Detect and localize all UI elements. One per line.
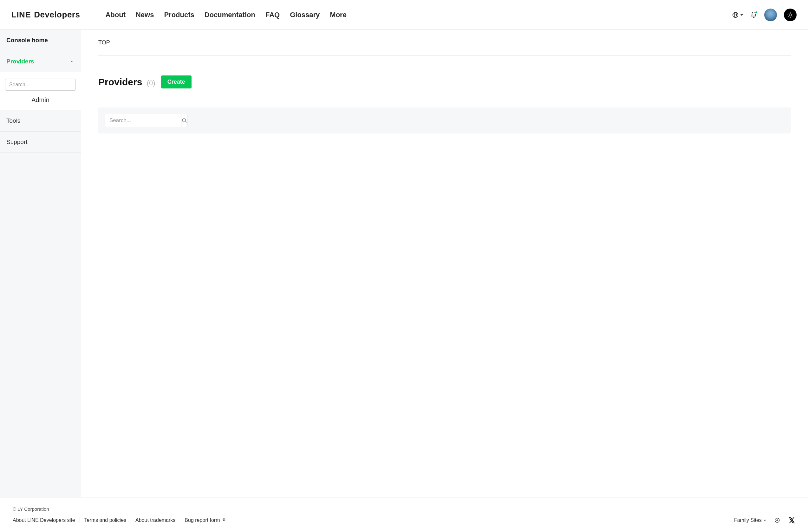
layout: Console home Providers Admin Tools Suppo… [0, 30, 808, 497]
x-social-link[interactable] [788, 517, 795, 524]
chevron-down-icon [740, 14, 743, 16]
sidebar-item-tools[interactable]: Tools [0, 110, 81, 132]
footer-link-label: Bug report form [185, 517, 220, 523]
divider-line [5, 100, 27, 100]
globe-icon [732, 12, 739, 18]
sidebar-item-label: Tools [6, 117, 20, 124]
sidebar-item-support[interactable]: Support [0, 132, 81, 153]
sidebar-item-providers[interactable]: Providers [0, 51, 81, 72]
panel-search-wrap [105, 114, 185, 127]
nav-news[interactable]: News [136, 11, 154, 19]
breadcrumb-top: TOP [98, 39, 110, 45]
nav-glossary[interactable]: Glossary [290, 11, 320, 19]
main: TOP Providers (0) Create [81, 30, 808, 497]
footer-link-about-site[interactable]: About LINE Developers site [13, 517, 80, 523]
divider-line [54, 100, 76, 100]
nav-documentation[interactable]: Documentation [204, 11, 255, 19]
header: LINE Developers About News Products Docu… [0, 0, 808, 30]
svg-point-2 [182, 118, 186, 122]
logo[interactable]: LINE Developers [12, 10, 80, 20]
sidebar-search-wrap [0, 72, 81, 96]
sun-icon [787, 12, 794, 18]
footer-row: About LINE Developers site Terms and pol… [13, 517, 795, 524]
header-right [732, 8, 796, 21]
add-site-button[interactable] [774, 517, 780, 523]
sidebar-item-label: Support [6, 139, 27, 145]
top-nav: About News Products Documentation FAQ Gl… [105, 11, 346, 19]
chevron-up-icon [69, 59, 75, 65]
title-row: Providers (0) Create [98, 75, 791, 89]
external-link-icon: ⧉ [223, 517, 225, 522]
family-sites-selector[interactable]: Family Sites [734, 517, 766, 523]
sidebar-item-label: Providers [6, 58, 34, 65]
nav-products[interactable]: Products [164, 11, 194, 19]
sidebar-search-input[interactable] [5, 79, 76, 91]
nav-faq[interactable]: FAQ [265, 11, 280, 19]
notifications-button[interactable] [750, 12, 757, 18]
svg-point-1 [789, 14, 791, 16]
x-icon [788, 517, 795, 524]
title-count: (0) [147, 79, 155, 87]
page-title: Providers (0) [98, 77, 155, 88]
breadcrumb[interactable]: TOP [98, 39, 791, 56]
theme-toggle-button[interactable] [784, 8, 796, 21]
logo-sub: Developers [34, 10, 80, 20]
logo-brand: LINE [12, 10, 31, 20]
footer: © LY Corporation About LINE Developers s… [0, 497, 808, 531]
panel-search-input[interactable] [105, 114, 181, 127]
family-sites-label: Family Sites [734, 517, 762, 523]
create-button[interactable]: Create [161, 75, 191, 89]
nav-about[interactable]: About [105, 11, 126, 19]
language-selector[interactable] [732, 12, 743, 18]
sidebar-item-label: Console home [6, 37, 48, 44]
avatar[interactable] [764, 8, 777, 21]
footer-link-trademarks[interactable]: About trademarks [131, 517, 180, 523]
search-panel [98, 108, 791, 133]
sidebar-item-console-home[interactable]: Console home [0, 30, 81, 51]
admin-label: Admin [31, 96, 50, 104]
title-text: Providers [98, 77, 142, 87]
footer-link-terms[interactable]: Terms and policies [80, 517, 131, 523]
sidebar: Console home Providers Admin Tools Suppo… [0, 30, 81, 497]
plus-circle-icon [774, 517, 780, 523]
nav-more[interactable]: More [330, 11, 347, 19]
footer-links: About LINE Developers site Terms and pol… [13, 517, 230, 523]
notification-dot-icon [755, 11, 758, 14]
footer-copyright: © LY Corporation [13, 506, 795, 512]
admin-divider: Admin [0, 96, 81, 110]
footer-right: Family Sites [734, 517, 795, 524]
chevron-down-icon [764, 520, 766, 521]
panel-search-button[interactable] [181, 114, 187, 127]
search-icon [181, 117, 187, 123]
footer-link-bug-report[interactable]: Bug report form ⧉ [180, 517, 230, 523]
